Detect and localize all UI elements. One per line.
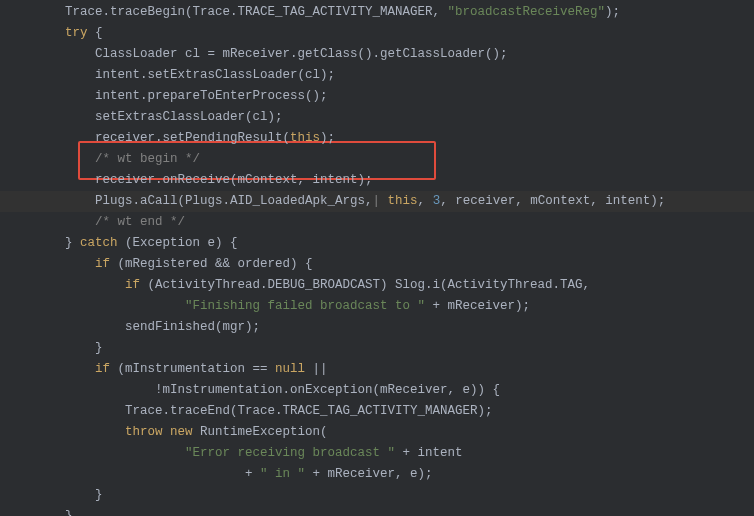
code-line[interactable]: Plugs.aCall(Plugs.AID_LoadedApk_Args,| t… — [20, 191, 754, 212]
code-line[interactable]: "Finishing failed broadcast to " + mRece… — [20, 296, 754, 317]
code-line[interactable]: } catch (Exception e) { — [20, 233, 754, 254]
code-line[interactable]: receiver.onReceive(mContext, intent); — [20, 170, 754, 191]
code-editor[interactable]: Trace.traceBegin(Trace.TRACE_TAG_ACTIVIT… — [0, 0, 754, 516]
code-line[interactable]: try { — [20, 23, 754, 44]
code-line[interactable]: if (mInstrumentation == null || — [20, 359, 754, 380]
code-line[interactable]: + " in " + mReceiver, e); — [20, 464, 754, 485]
code-line[interactable]: /* wt end */ — [20, 212, 754, 233]
code-line[interactable]: throw new RuntimeException( — [20, 422, 754, 443]
code-line[interactable]: if (ActivityThread.DEBUG_BROADCAST) Slog… — [20, 275, 754, 296]
code-line[interactable]: setExtrasClassLoader(cl); — [20, 107, 754, 128]
code-line[interactable]: intent.prepareToEnterProcess(); — [20, 86, 754, 107]
code-line[interactable]: Trace.traceBegin(Trace.TRACE_TAG_ACTIVIT… — [20, 2, 754, 23]
code-line[interactable]: /* wt begin */ — [20, 149, 754, 170]
code-line[interactable]: } — [20, 506, 754, 516]
code-line[interactable]: !mInstrumentation.onException(mReceiver,… — [20, 380, 754, 401]
code-line[interactable]: Trace.traceEnd(Trace.TRACE_TAG_ACTIVITY_… — [20, 401, 754, 422]
code-line[interactable]: ClassLoader cl = mReceiver.getClass().ge… — [20, 44, 754, 65]
code-line[interactable]: if (mRegistered && ordered) { — [20, 254, 754, 275]
code-line[interactable]: "Error receiving broadcast " + intent — [20, 443, 754, 464]
code-line[interactable]: intent.setExtrasClassLoader(cl); — [20, 65, 754, 86]
code-line[interactable]: } — [20, 485, 754, 506]
code-content: Trace.traceBegin(Trace.TRACE_TAG_ACTIVIT… — [20, 2, 754, 516]
code-line[interactable]: sendFinished(mgr); — [20, 317, 754, 338]
code-line[interactable]: } — [20, 338, 754, 359]
code-line[interactable]: receiver.setPendingResult(this); — [20, 128, 754, 149]
